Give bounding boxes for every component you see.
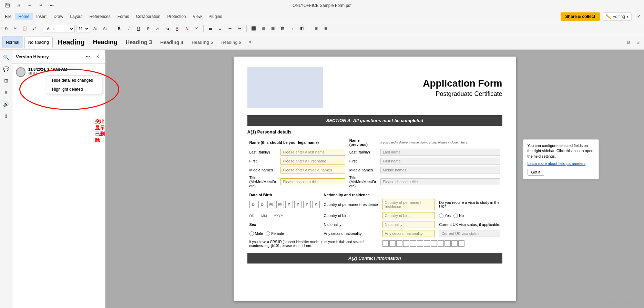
search-sidebar-icon[interactable]: 🔍 [1,52,11,62]
title-input[interactable]: Please choose a title [280,178,345,185]
first-name-input[interactable]: Please enter a First name [280,158,345,165]
crs-cell11[interactable] [451,240,458,247]
visa-yes-input[interactable] [439,213,443,218]
document-area[interactable]: You can configure selected fields on the… [105,50,644,308]
crs-cell10[interactable] [444,240,451,247]
crs-cell12[interactable] [458,240,464,247]
last-name2-input[interactable]: Last name [380,149,500,156]
crs-cell2[interactable] [389,240,396,247]
align-center-button[interactable]: ▤ [259,24,267,33]
middle-name-input[interactable]: Please enter a middle names [280,167,345,173]
italic-button[interactable]: I [125,24,133,33]
font-size-select[interactable]: 11 [76,25,90,32]
crs-cell1[interactable] [382,240,389,247]
info-sidebar-icon[interactable]: ℹ [1,111,11,121]
menu-home[interactable]: Home [15,13,33,20]
expand-icon[interactable]: ⤢ [634,12,643,21]
menu-view[interactable]: View [190,13,205,20]
style-normal[interactable]: Normal [2,37,23,48]
menu-insert[interactable]: Insert [33,13,50,20]
visa-no-input[interactable] [453,213,458,218]
style-nospacing[interactable]: No spacing [24,37,53,48]
title2-input[interactable]: Please choose a title [380,178,500,185]
highlight-deleted-item[interactable]: Highlight deleted [47,85,102,94]
color-button[interactable]: A [183,24,191,33]
copy-button[interactable]: ⎘ [2,24,10,33]
crs-cell3[interactable] [396,240,402,247]
crs-cell9[interactable] [438,240,444,247]
speaker-sidebar-icon[interactable]: 🔊 [1,99,11,109]
got-it-button[interactable]: Got it [528,169,544,176]
undo-icon[interactable]: ↩ [25,1,34,10]
redo-icon[interactable]: ↪ [37,1,45,10]
second-nationality-input[interactable]: Any second nationality [382,230,435,237]
clear-format-button[interactable]: ✕ [192,24,201,33]
menu-plugins[interactable]: Plugins [205,13,225,20]
style-heading2[interactable]: Heading [90,37,121,48]
align-right-button[interactable]: ▦ [269,24,277,33]
styles-expand-button[interactable]: ⊞ [634,38,642,47]
country-birth-input[interactable]: Country of birth [382,212,435,219]
style-heading5[interactable]: Heading 5 [188,37,216,48]
sex-female-input[interactable] [266,231,270,236]
middle-name2-input[interactable]: Middle names [380,167,500,173]
visa-no-radio[interactable]: No [453,213,464,218]
table-sidebar-icon[interactable]: ⊞ [1,76,11,86]
superscript-button[interactable]: A² [154,24,162,33]
numbering-button[interactable]: ≡ [216,24,224,33]
visa-status-input[interactable]: Current UK visa status [439,230,500,237]
style-heading3[interactable]: Heading 3 [122,37,155,48]
outdent-button[interactable]: ⇤ [226,24,234,33]
crs-cell4[interactable] [403,240,409,247]
menu-forms[interactable]: Forms [114,13,133,20]
cut-button[interactable]: ✂ [11,24,19,33]
style-heading4[interactable]: Heading 4 [157,37,187,48]
style-heading6[interactable]: Heading 6 [218,37,244,48]
bold-button[interactable]: B [115,24,123,33]
bullets-button[interactable]: ☰ [206,24,215,33]
menu-file[interactable]: File [1,13,15,20]
paste-button[interactable]: 📋 [21,24,29,33]
editing-button[interactable]: ✏️ Editing ▾ [603,12,632,21]
nationality-input[interactable]: Nationality [382,221,435,228]
menu-protection[interactable]: Protection [164,13,190,20]
first-name2-input[interactable]: First name [380,158,500,165]
align-left-button[interactable]: ⬛ [249,24,258,33]
menu-draw[interactable]: Draw [50,13,67,20]
share-collect-button[interactable]: Share & collect [561,12,600,21]
menu-collaboration[interactable]: Collaboration [133,13,164,20]
crs-cell5[interactable] [410,240,416,247]
menu-layout[interactable]: Layout [67,13,86,20]
font-family-select[interactable]: Arial [44,25,75,32]
sex-male-radio[interactable]: Male [249,231,263,236]
comment-sidebar-icon[interactable]: 💬 [1,64,11,74]
strikethrough-button[interactable]: S [144,24,152,33]
decrease-font-button[interactable]: A↓ [101,24,109,33]
print-icon[interactable]: 🖨 [14,1,23,10]
last-name-input[interactable]: Please enter a last name [280,149,345,156]
menu-references[interactable]: References [86,13,114,20]
increase-font-button[interactable]: A↑ [91,24,100,33]
underline-button[interactable]: U [134,24,143,33]
list-sidebar-icon[interactable]: ≡ [1,88,11,97]
subscript-button[interactable]: A₂ [163,24,172,33]
right-toolbar-toggle[interactable]: ⊟ [312,24,320,33]
version-more-button[interactable]: ••• [84,52,92,61]
country-perm-input[interactable]: Country of permanent residence [382,199,435,210]
style-heading1[interactable]: Heading [54,37,88,48]
sex-male-input[interactable] [249,231,254,236]
crs-cell8[interactable] [431,240,437,247]
crs-cell7[interactable] [424,240,430,247]
styles-more-button[interactable]: ▾ [246,38,254,47]
visa-yes-radio[interactable]: Yes [439,213,451,218]
crs-cell6[interactable] [417,240,423,247]
sex-female-radio[interactable]: Female [266,231,284,236]
hide-changes-item[interactable]: Hide detailed changes [47,76,102,85]
shading-button[interactable]: ◧ [298,24,306,33]
align-justify-button[interactable]: ▩ [278,24,287,33]
indent-button[interactable]: ⇥ [235,24,244,33]
format-painter-button[interactable]: 🖌 [30,24,38,33]
save-icon[interactable]: 💾 [3,1,12,10]
line-spacing-button[interactable]: ↕ [288,24,296,33]
version-close-button[interactable]: ✕ [93,52,102,61]
